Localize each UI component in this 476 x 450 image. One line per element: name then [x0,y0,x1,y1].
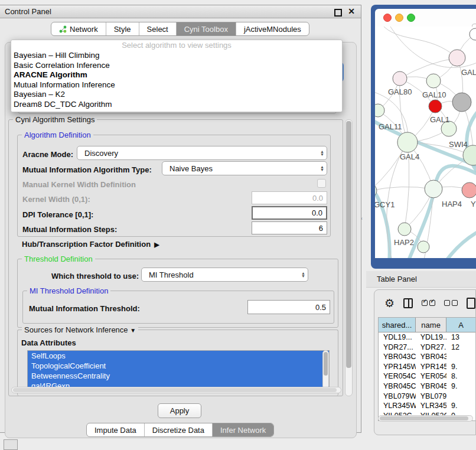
node-label-gal: GAL [461,68,476,77]
hub-definition-toggle[interactable]: Hub/Transcription Factor Definition▶ [22,240,159,249]
aracne-mode-value: Discovery [84,149,118,158]
network-view-window[interactable]: GALGAL80GAL10GAL1GAL11SWI4GAL4GCY1HAP4YH… [371,5,476,269]
apply-button[interactable]: Apply [158,403,201,418]
table-row[interactable]: YBR045CYBR045C9. [379,381,476,392]
network-window-titlebar[interactable] [375,9,476,27]
settings-vscrollbar[interactable] [345,119,353,396]
algorithm-dropdown-list: Select algorithm to view settings Bayesi… [11,40,343,112]
table-cell: YDL19... [416,332,446,343]
sources-group: Sources for Network Inference ▼ Data Att… [17,330,338,396]
tab-label: Infer Network [220,426,266,435]
tab-jactivemnodules[interactable]: jActiveMNodules [236,22,309,35]
manual-kernel-checkbox[interactable] [317,179,326,188]
tab-label: Discretize Data [152,426,204,435]
export-table-icon[interactable] [467,298,475,309]
hub-definition-label: Hub/Transcription Factor Definition [22,240,151,249]
float-window-icon[interactable] [334,9,342,17]
algorithm-option[interactable]: Mutual Information Inference [11,80,342,90]
aracne-mode-label: Aracne Mode: [22,150,73,159]
table-cell: YLR345W [416,401,446,411]
table-cell: YBL079W [416,392,446,402]
zoom-traffic-icon[interactable] [407,14,415,22]
dpi-tolerance-value: 0.0 [312,208,322,217]
attributes-vscrollbar[interactable] [322,350,329,389]
column-header[interactable]: shared... [379,318,416,332]
bottom-tab-infer-network[interactable]: Infer Network [213,423,273,436]
table-toolbar: ⚙ [374,290,475,316]
select-all-icon[interactable] [422,300,435,306]
table-cell: 8. [446,371,476,381]
table-cell: YBR043C [379,352,416,362]
tab-network[interactable]: Network [51,22,106,35]
tab-label: Style [114,25,131,34]
table-cell: YBR045C [416,381,446,392]
mi-threshold-title: MI Threshold Definition [27,286,110,295]
tab-cyni-toolbox[interactable]: Cyni Toolbox [177,22,236,35]
attribute-list-item[interactable]: BetweennessCentrality [28,371,329,381]
which-threshold-select[interactable]: MI Threshold ▲▼ [141,268,308,282]
algorithm-option[interactable]: ARACNE Algorithm [11,70,342,80]
split-columns-icon[interactable] [403,298,413,308]
node-label-hap4: HAP4 [442,200,462,208]
mi-threshold-field[interactable]: 0.5 [247,300,330,314]
table-row[interactable]: YBL079WYBL079W [379,392,476,402]
table-cell [446,352,476,362]
minimize-traffic-icon[interactable] [395,14,403,22]
control-panel-window: Control Panel ✕ NetworkStyleSelectCyni T… [0,5,361,433]
gear-icon[interactable]: ⚙ [384,298,395,309]
table-row[interactable]: YDR27...YDR27...12 [379,343,476,353]
dpi-tolerance-field[interactable]: 0.0 [252,206,327,220]
table-row[interactable]: YDL19...YDL19...13 [379,332,476,343]
node-table[interactable]: shared...nameAYDL19...YDL19...13YDR27...… [378,317,476,421]
collapsed-panel-button[interactable] [4,439,18,450]
settings-hscrollbar[interactable] [11,387,341,393]
attribute-list-item[interactable]: SelfLoops [28,351,329,361]
algorithm-option[interactable]: Basic Correlation Inference [11,61,342,71]
table-row[interactable]: YBR043CYBR043C [379,352,476,362]
table-panel-card: ⚙ shared...nameAYDL19...YDL19...13YDR27.… [374,289,476,435]
bottom-tab-impute-data[interactable]: Impute Data [87,423,145,436]
close-icon[interactable]: ✕ [348,6,355,16]
table-cell: 9. [446,362,476,372]
mi-steps-value: 6 [319,224,323,233]
table-cell: YLR345W [379,401,416,411]
table-cell: YER054C [416,371,446,381]
panel-divider-handle[interactable]: ‹ [361,216,364,221]
bottom-tab-discretize-data[interactable]: Discretize Data [145,423,213,436]
cyni-algorithm-settings-group: Cyni Algorithm Settings Algorithm Defini… [8,119,343,396]
node-label-gal1: GAL1 [430,115,449,124]
algorithm-option[interactable]: Bayesian – Hill Climbing [11,51,342,61]
node-label-gal10: GAL10 [422,90,446,99]
column-header[interactable]: name [416,318,446,332]
table-hscrollbar[interactable] [378,415,473,422]
column-header[interactable]: A [446,318,476,332]
control-panel-titlebar[interactable]: Control Panel [0,5,361,18]
kernel-width-field[interactable]: 0.0 [252,191,327,204]
table-cell: 9. [446,381,476,392]
table-row[interactable]: YPR145WYPR145W9. [379,362,476,372]
algorithm-option[interactable]: Dream8 DC_TDC Algorithm [11,100,342,110]
mi-type-select[interactable]: Naive Bayes ▲▼ [162,161,327,175]
table-row[interactable]: YER054CYER054C8. [379,371,476,381]
network-canvas[interactable]: GALGAL80GAL10GAL1GAL11SWI4GAL4GCY1HAP4YH… [375,27,476,258]
aracne-mode-select[interactable]: Discovery ▲▼ [77,146,327,160]
stepper-arrows-icon: ▲▼ [301,272,305,278]
mi-steps-field[interactable]: 6 [252,221,327,234]
algorithm-option[interactable]: Bayesian – K2 [11,90,342,100]
threshold-definition-title: Threshold Definition [22,255,95,263]
mi-threshold-value: 0.5 [315,303,326,312]
dpi-tolerance-label: DPI Tolerance [0,1]: [22,210,93,219]
which-threshold-label: Which threshold to use: [51,272,139,281]
data-attributes-list[interactable]: SelfLoopsTopologicalCoefficientBetweenne… [27,350,330,389]
close-traffic-icon[interactable] [383,14,392,22]
tab-label: Network [70,25,98,34]
tab-style[interactable]: Style [106,22,139,35]
tab-select[interactable]: Select [139,22,177,35]
deselect-all-icon[interactable] [444,300,458,306]
sources-title-toggle[interactable]: Sources for Network Inference ▼ [22,325,138,334]
table-panel-titlebar[interactable]: Table Panel [366,271,476,288]
table-row[interactable]: YLR345WYLR345W9. [379,401,476,411]
node-label-gal11: GAL11 [379,122,402,131]
mi-type-label: Mutual Information Algorithm Type: [22,165,152,174]
attribute-list-item[interactable]: TopologicalCoefficient [28,361,329,371]
